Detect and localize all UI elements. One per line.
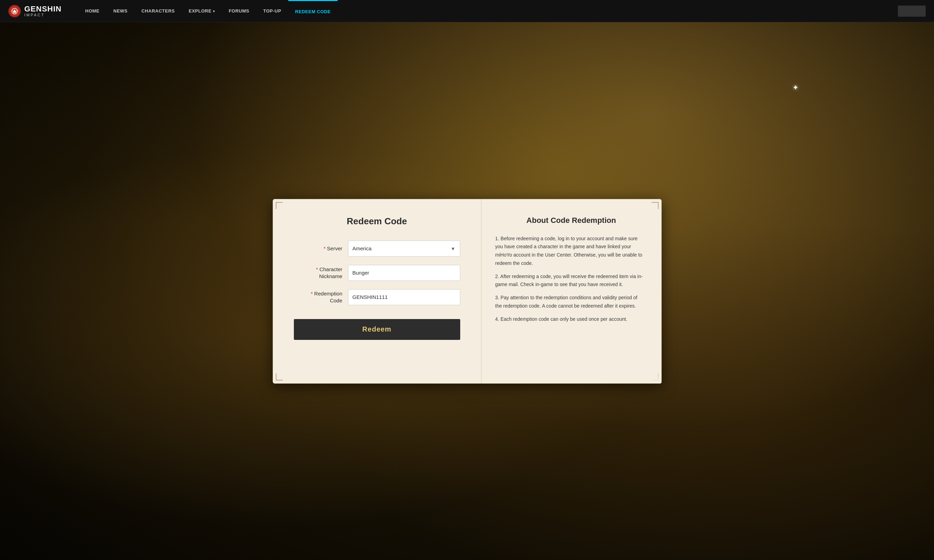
nav-right-widget — [898, 6, 926, 17]
nickname-row: *CharacterNickname — [294, 265, 460, 281]
redeem-button[interactable]: Redeem — [294, 319, 460, 340]
nav-links: HOME NEWS CHARACTERS EXPLORE ▾ FORUMS TO… — [78, 0, 898, 22]
logo-sub: IMPACT — [24, 13, 62, 17]
server-label: *Server — [294, 245, 342, 252]
server-required-star: * — [324, 245, 325, 251]
redemption-required-star: * — [311, 291, 313, 297]
right-panel: About Code Redemption 1. Before redeemin… — [481, 199, 661, 383]
info-paragraph-4: 4. Each redemption code can only be used… — [495, 315, 645, 323]
nav-explore-label: EXPLORE — [189, 8, 211, 14]
navbar: GENSHIN IMPACT HOME NEWS CHARACTERS EXPL… — [0, 0, 934, 22]
info-paragraph-2: 2. After redeeming a code, you will rece… — [495, 272, 645, 289]
page-content: Redeem Code *Server America Europe Asia … — [0, 0, 934, 560]
nickname-label: *CharacterNickname — [294, 266, 342, 280]
corner-bl-decoration — [276, 374, 283, 380]
nav-explore[interactable]: EXPLORE ▾ — [182, 0, 222, 22]
info-paragraph-1: 1. Before redeeming a code, log in to yo… — [495, 235, 645, 268]
nav-topup[interactable]: TOP-UP — [256, 0, 288, 22]
server-select[interactable]: America Europe Asia TW/HK/MO — [348, 241, 460, 257]
nickname-input[interactable] — [348, 265, 460, 281]
redemption-code-label: *RedemptionCode — [294, 290, 342, 304]
logo-text: GENSHIN — [24, 5, 62, 13]
nav-characters[interactable]: CHARACTERS — [134, 0, 182, 22]
logo[interactable]: GENSHIN IMPACT — [8, 5, 62, 17]
redemption-info-scroll[interactable]: 1. Before redeeming a code, log in to yo… — [495, 235, 647, 367]
hero-background: ✦ Redeem Code *Server America — [0, 0, 934, 560]
redeem-modal: Redeem Code *Server America Europe Asia … — [273, 199, 662, 384]
server-select-wrapper: America Europe Asia TW/HK/MO ▼ — [348, 241, 460, 257]
redeem-code-title: Redeem Code — [294, 216, 460, 227]
info-paragraph-3: 3. Pay attention to the redemption condi… — [495, 294, 645, 311]
server-row: *Server America Europe Asia TW/HK/MO ▼ — [294, 241, 460, 257]
nav-news[interactable]: NEWS — [106, 0, 134, 22]
left-panel: Redeem Code *Server America Europe Asia … — [273, 199, 481, 383]
corner-tl-decoration — [276, 202, 283, 209]
redemption-code-input[interactable] — [348, 289, 460, 305]
redemption-code-row: *RedemptionCode — [294, 289, 460, 305]
about-redemption-title: About Code Redemption — [495, 216, 647, 225]
nav-home[interactable]: HOME — [78, 0, 106, 22]
nickname-required-star: * — [316, 266, 318, 272]
chevron-down-icon: ▾ — [213, 9, 215, 13]
nav-redeem-code[interactable]: REDEEM CODE — [288, 0, 338, 22]
logo-icon — [8, 5, 21, 17]
redemption-info-text: 1. Before redeeming a code, log in to yo… — [495, 235, 645, 323]
nav-forums[interactable]: FORUMS — [222, 0, 256, 22]
